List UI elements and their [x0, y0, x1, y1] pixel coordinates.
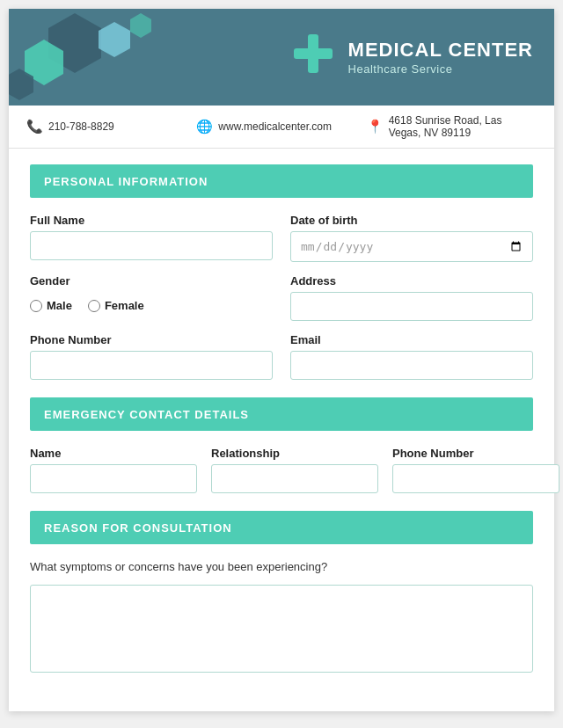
svg-marker-4	[130, 13, 151, 38]
contact-phone: 📞 210-788-8829	[26, 119, 196, 135]
header-hexagons	[9, 9, 202, 106]
brand-subtitle: Healthcare Service	[348, 62, 533, 76]
phone-label: Phone Number	[30, 333, 273, 346]
group-dob: Date of birth	[290, 214, 533, 262]
website-text: www.medicalcenter.com	[218, 120, 332, 133]
contact-bar: 📞 210-788-8829 🌐 www.medicalcenter.com 📍…	[9, 106, 554, 149]
gender-label: Gender	[30, 274, 273, 288]
header-brand: MEDICAL CENTER Healthcare Service	[290, 31, 533, 84]
form-body: PERSONAL INFORMATION Full Name Date of b…	[9, 149, 554, 711]
row-phone-email: Phone Number Email	[30, 333, 533, 380]
svg-marker-2	[99, 22, 130, 57]
email-input[interactable]	[290, 351, 533, 380]
contact-address: 📍 4618 Sunrise Road, Las Vegas, NV 89119	[367, 114, 537, 139]
gender-male-label[interactable]: Male	[30, 299, 72, 312]
svg-rect-6	[294, 48, 333, 59]
phone-input[interactable]	[30, 351, 273, 380]
row-name-dob: Full Name Date of birth	[30, 214, 533, 262]
consultation-section-header: REASON FOR CONSULTATION	[30, 511, 533, 544]
group-emergency-relationship: Relationship	[211, 447, 378, 493]
location-icon: 📍	[367, 119, 384, 135]
phone-text: 210-788-8829	[48, 120, 114, 133]
emergency-section: EMERGENCY CONTACT DETAILS Name Relations…	[30, 397, 533, 493]
group-phone: Phone Number	[30, 333, 273, 380]
address-text: 4618 Sunrise Road, Las Vegas, NV 89119	[389, 114, 537, 139]
group-full-name: Full Name	[30, 214, 273, 262]
dob-input[interactable]	[290, 231, 533, 262]
header: MEDICAL CENTER Healthcare Service	[9, 9, 554, 106]
emergency-name-label: Name	[30, 447, 197, 460]
contact-website: 🌐 www.medicalcenter.com	[196, 119, 366, 135]
phone-icon: 📞	[26, 119, 43, 135]
gender-female-radio[interactable]	[88, 300, 100, 312]
emergency-phone-input[interactable]	[392, 464, 559, 493]
emergency-section-header: EMERGENCY CONTACT DETAILS	[30, 397, 533, 431]
email-label: Email	[290, 333, 533, 346]
personal-section-title: PERSONAL INFORMATION	[44, 175, 208, 188]
consultation-section: REASON FOR CONSULTATION What symptoms or…	[30, 511, 533, 673]
group-address: Address	[290, 274, 533, 321]
page: MEDICAL CENTER Healthcare Service 📞 210-…	[9, 9, 554, 711]
group-consultation: What symptoms or concerns have you been …	[30, 560, 533, 673]
group-emergency-name: Name	[30, 447, 197, 493]
gender-radio-group: Male Female	[30, 292, 273, 319]
consultation-textarea[interactable]	[30, 585, 533, 673]
personal-section-header: PERSONAL INFORMATION	[30, 164, 533, 198]
emergency-relationship-input[interactable]	[211, 464, 378, 493]
emergency-relationship-label: Relationship	[211, 447, 378, 460]
group-gender: Gender Male Female	[30, 274, 273, 321]
group-email: Email	[290, 333, 533, 380]
emergency-phone-label: Phone Number	[392, 447, 559, 460]
medical-cross-icon	[290, 31, 336, 84]
full-name-label: Full Name	[30, 214, 273, 227]
address-label: Address	[290, 274, 533, 288]
personal-section: PERSONAL INFORMATION Full Name Date of b…	[30, 164, 533, 380]
brand-title: MEDICAL CENTER	[348, 39, 533, 62]
dob-label: Date of birth	[290, 214, 533, 227]
gender-male-text: Male	[47, 299, 72, 312]
row-emergency: Name Relationship Phone Number	[30, 447, 533, 493]
brand-text: MEDICAL CENTER Healthcare Service	[348, 39, 533, 75]
address-input[interactable]	[290, 292, 533, 321]
emergency-section-title: EMERGENCY CONTACT DETAILS	[44, 408, 249, 421]
full-name-input[interactable]	[30, 231, 273, 260]
gender-male-radio[interactable]	[30, 300, 42, 312]
group-emergency-phone: Phone Number	[392, 447, 559, 493]
row-gender-address: Gender Male Female Address	[30, 274, 533, 321]
gender-female-label[interactable]: Female	[88, 299, 144, 312]
consultation-question: What symptoms or concerns have you been …	[30, 560, 533, 573]
emergency-name-input[interactable]	[30, 464, 197, 493]
gender-female-text: Female	[105, 299, 144, 312]
consultation-section-title: REASON FOR CONSULTATION	[44, 521, 232, 535]
globe-icon: 🌐	[196, 119, 213, 135]
